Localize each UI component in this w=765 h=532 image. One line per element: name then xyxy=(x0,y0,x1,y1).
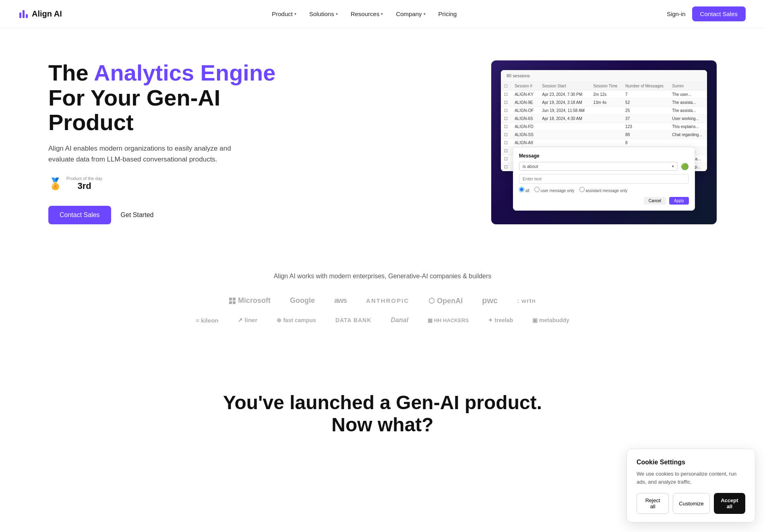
sc-radio-row: all user message only assistant message … xyxy=(519,187,689,193)
hero-screenshot-area: 80 sessions ☐ Session # Session Start Se… xyxy=(491,60,717,224)
contact-sales-button[interactable]: Contact Sales xyxy=(692,6,746,21)
brand-logo[interactable]: Align AI xyxy=(19,9,62,19)
partner-hackers: ▦ HH HACKERS xyxy=(428,317,469,323)
cookie-banner: Cookie Settings We use cookies to person… xyxy=(626,449,755,452)
sc-filter-row: is about ▾ 🟢 xyxy=(519,162,689,171)
hero-buttons: Contact Sales Get Started xyxy=(48,206,290,224)
hero-section: The Analytics Engine For Your Gen-AI Pro… xyxy=(0,28,765,248)
nav-resources[interactable]: Resources ▾ xyxy=(351,10,383,17)
nav-links: Product ▾ Solutions ▾ Resources ▾ Compan… xyxy=(272,10,457,17)
partners-description: Align AI works with modern enterprises, … xyxy=(32,273,733,280)
radio-assistant[interactable]: assistant message only xyxy=(579,187,628,193)
navbar: Align AI Product ▾ Solutions ▾ Resources… xyxy=(0,0,765,28)
nav-pricing[interactable]: Pricing xyxy=(438,10,457,17)
sc-header: 80 sessions xyxy=(501,70,707,82)
pod-label: Product of the day xyxy=(66,176,102,181)
partner-treelab: ✦ treelab xyxy=(488,317,513,323)
sc-col-time: Session Time xyxy=(590,82,622,91)
partner-openai: ⬡ OpenAI xyxy=(428,296,463,305)
partner-row-2: ≡ kileon ↗ liner ⊕ fast campus DATA BANK… xyxy=(32,317,733,324)
chevron-down-icon: ▾ xyxy=(336,12,338,16)
filter-text-input[interactable] xyxy=(519,174,689,184)
signin-button[interactable]: Sign-in xyxy=(667,10,686,17)
filter-cancel-button[interactable]: Cancel xyxy=(644,197,666,205)
hero-description: Align AI enables modern organizations to… xyxy=(48,143,250,165)
laurel-left-icon: 🏅 xyxy=(48,177,62,190)
partner-pwc: pwc xyxy=(482,296,498,305)
chevron-down-icon: ▾ xyxy=(381,12,383,16)
hero-title: The Analytics Engine For Your Gen-AI Pro… xyxy=(48,60,290,135)
table-row: ☐ALIGN-FD123This explains... xyxy=(501,123,707,131)
partners-section: Align AI works with modern enterprises, … xyxy=(0,248,765,359)
nav-solutions[interactable]: Solutions ▾ xyxy=(309,10,338,17)
table-row: ☐ALIGN-KYApr 23, 2024, 7:30 PM2m 12s7The… xyxy=(501,91,707,99)
hero-get-started-button[interactable]: Get Started xyxy=(121,211,154,219)
sc-col-summary: Summ xyxy=(669,82,707,91)
product-of-day-badge: 🏅 Product of the day 3rd xyxy=(48,176,290,191)
table-row: ☐ALIGN-6SApr 18, 2024, 4:30 AM37User wor… xyxy=(501,115,707,123)
radio-user[interactable]: user message only xyxy=(534,187,575,193)
nav-product[interactable]: Product ▾ xyxy=(272,10,296,17)
filter-tag: 🟢 xyxy=(681,163,689,170)
partner-microsoft: Microsoft xyxy=(229,296,271,305)
sc-col-session: ☐ xyxy=(501,82,511,91)
hero-contact-sales-button[interactable]: Contact Sales xyxy=(48,206,111,224)
sc-filter-select[interactable]: is about ▾ xyxy=(519,162,678,171)
chevron-down-icon: ▾ xyxy=(424,12,426,16)
table-row: ☐ALIGN-SS88Chat regarding... xyxy=(501,131,707,139)
partner-fastcampus: ⊕ fast campus xyxy=(277,317,316,323)
sc-col-messages: Number of Messages xyxy=(622,82,669,91)
table-row: ☐ALIGN-OFJun 19, 2024, 11:58 AM25The ass… xyxy=(501,107,707,115)
hero-content: The Analytics Engine For Your Gen-AI Pro… xyxy=(48,60,290,224)
partner-row-1: Microsoft Google aws ANTHROPIC ⬡ OpenAI … xyxy=(32,296,733,305)
partner-danal: Danal xyxy=(391,317,409,324)
bottom-cta-title: You've launched a Gen-AI product. Now wh… xyxy=(16,391,749,436)
partner-aws: aws xyxy=(334,296,347,305)
brand-name: Align AI xyxy=(32,9,62,19)
radio-all[interactable]: all xyxy=(519,187,529,193)
nav-actions: Sign-in Contact Sales xyxy=(667,6,746,21)
table-row: ☐ALIGN-A98 xyxy=(501,139,707,147)
screenshot-container: 80 sessions ☐ Session # Session Start Se… xyxy=(491,60,717,224)
sc-filter-overlay: Message is about ▾ 🟢 all user message on… xyxy=(513,147,695,211)
microsoft-icon xyxy=(229,298,236,304)
partner-anthropic: ANTHROPIC xyxy=(366,297,409,304)
sc-col-session-num: Session # xyxy=(511,82,539,91)
pod-badge: Product of the day 3rd xyxy=(66,176,102,191)
partner-databank: DATA BANK xyxy=(335,317,372,323)
chevron-down-icon: ▾ xyxy=(294,12,296,16)
chevron-down-icon: ▾ xyxy=(672,164,674,168)
table-row: ☐ALIGN-9EApr 19, 2024, 3:18 AM13m 4s52Th… xyxy=(501,99,707,107)
sc-btn-row: Cancel Apply xyxy=(519,197,689,205)
partner-liner: ↗ liner xyxy=(238,317,257,324)
bottom-cta-section: You've launched a Gen-AI product. Now wh… xyxy=(0,359,765,452)
partner-google: Google xyxy=(290,296,315,305)
pod-rank: 3rd xyxy=(78,181,91,191)
partner-kileon: ≡ kileon xyxy=(196,317,218,324)
partner-wrtn: : wrtn xyxy=(517,297,536,304)
partner-metabuddy: ▣ metabuddy xyxy=(532,317,569,323)
logo-icon xyxy=(19,10,28,18)
filter-apply-button[interactable]: Apply xyxy=(669,197,689,205)
sc-col-start: Session Start xyxy=(539,82,590,91)
nav-company[interactable]: Company ▾ xyxy=(396,10,425,17)
sc-overlay-title: Message xyxy=(519,153,689,159)
